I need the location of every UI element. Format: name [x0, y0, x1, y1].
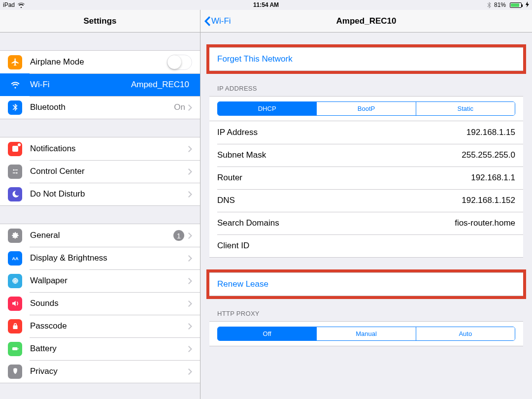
search-domains-row[interactable]: Search Domainsfios-router.home [209, 212, 523, 234]
battery-label: Battery [30, 344, 188, 354]
dns-row[interactable]: DNS192.168.1.152 [209, 189, 523, 212]
sidebar-item-battery[interactable]: Battery [0, 337, 200, 360]
ip-row[interactable]: IP Address192.168.1.15 [209, 121, 523, 144]
bluetooth-row-icon [8, 100, 22, 115]
chevron-right-icon [188, 323, 192, 330]
client-id-row[interactable]: Client ID [209, 234, 523, 257]
dnd-label: Do Not Disturb [30, 189, 188, 199]
proxy-seg-manual[interactable]: Manual [316, 327, 415, 340]
chevron-right-icon [188, 146, 192, 152]
ip-mode-segment[interactable]: DHCP BootP Static [217, 101, 515, 116]
wifi-value: Amped_REC10 [131, 80, 189, 90]
detail-pane: Wi-Fi Amped_REC10 Forget This Network IP… [200, 10, 532, 399]
mask-row[interactable]: Subnet Mask255.255.255.0 [209, 144, 523, 166]
airplane-label: Airplane Mode [30, 57, 167, 67]
wifi-label: Wi-Fi [30, 80, 131, 90]
sidebar-item-passcode[interactable]: Passcode [0, 315, 200, 337]
sounds-icon [8, 297, 22, 311]
svg-text:AA: AA [12, 256, 18, 261]
chevron-right-icon [188, 168, 192, 175]
privacy-icon [8, 365, 22, 379]
control-center-label: Control Center [30, 166, 188, 176]
chevron-right-icon [188, 368, 192, 375]
bluetooth-label: Bluetooth [30, 102, 174, 112]
ip-section-header: IP ADDRESS [209, 71, 523, 96]
display-label: Display & Brightness [30, 253, 188, 263]
master-nav: Settings [0, 10, 200, 33]
ip-seg-bootp[interactable]: BootP [316, 102, 415, 115]
svg-point-7 [14, 280, 16, 282]
sidebar-item-dnd[interactable]: Do Not Disturb [0, 183, 200, 205]
status-time: 11:54 AM [0, 1, 532, 8]
battery-row-icon [8, 342, 22, 356]
lock-icon [8, 319, 22, 333]
privacy-label: Privacy [30, 366, 188, 376]
notifications-icon [8, 142, 22, 156]
wallpaper-icon [8, 274, 22, 288]
sounds-label: Sounds [30, 299, 188, 308]
sidebar-item-airplane[interactable]: Airplane Mode [0, 51, 200, 73]
forget-highlight: Forget This Network [209, 47, 523, 71]
proxy-section-header: HTTP PROXY [209, 296, 523, 321]
sidebar-item-bluetooth[interactable]: Bluetooth On [0, 96, 200, 119]
general-badge: 1 [173, 230, 184, 241]
ip-seg-static[interactable]: Static [416, 102, 515, 115]
sidebar-item-general[interactable]: General 1 [0, 224, 200, 247]
detail-title: Amped_REC10 [200, 16, 532, 26]
control-center-icon [8, 165, 22, 179]
svg-point-1 [13, 169, 14, 171]
detail-nav: Wi-Fi Amped_REC10 [200, 10, 532, 33]
device-label: iPad [3, 1, 15, 8]
chevron-right-icon [188, 233, 192, 239]
chevron-right-icon [188, 346, 192, 352]
chevron-right-icon [188, 104, 192, 111]
forget-network-button[interactable]: Forget This Network [209, 48, 523, 70]
master-title: Settings [0, 16, 200, 26]
back-button[interactable]: Wi-Fi [200, 16, 231, 26]
sidebar-item-wallpaper[interactable]: Wallpaper [0, 269, 200, 292]
chevron-right-icon [188, 278, 192, 284]
notifications-label: Notifications [30, 144, 188, 154]
battery-pct: 81% [494, 1, 506, 8]
chevron-right-icon [188, 300, 192, 307]
charging-icon [526, 1, 529, 9]
settings-sidebar: Settings Airplane Mode Wi-Fi Amped_REC10… [0, 10, 200, 399]
moon-icon [8, 187, 22, 201]
general-label: General [30, 231, 173, 240]
sidebar-item-wifi[interactable]: Wi-Fi Amped_REC10 [0, 73, 200, 96]
renew-highlight: Renew Lease [209, 272, 523, 296]
chevron-right-icon [188, 255, 192, 262]
sidebar-item-privacy[interactable]: Privacy [0, 360, 200, 383]
svg-rect-9 [18, 348, 19, 349]
gear-icon [8, 229, 22, 243]
svg-rect-0 [12, 146, 18, 152]
passcode-label: Passcode [30, 321, 188, 331]
proxy-seg-auto[interactable]: Auto [416, 327, 515, 340]
renew-lease-button[interactable]: Renew Lease [209, 273, 523, 296]
back-label: Wi-Fi [211, 16, 231, 26]
sidebar-item-display[interactable]: AA Display & Brightness [0, 247, 200, 269]
chevron-left-icon [204, 16, 210, 26]
display-icon: AA [8, 251, 22, 266]
bluetooth-status-icon [487, 2, 491, 8]
sidebar-item-notifications[interactable]: Notifications [0, 137, 200, 160]
router-row[interactable]: Router192.168.1.1 [209, 166, 523, 189]
status-bar: iPad 11:54 AM 81% [0, 0, 532, 10]
sidebar-item-sounds[interactable]: Sounds [0, 292, 200, 315]
bluetooth-value: On [174, 102, 185, 112]
battery-icon [509, 2, 522, 8]
airplane-icon [8, 55, 22, 69]
svg-rect-8 [12, 347, 18, 350]
wifi-icon [18, 2, 25, 8]
ip-seg-dhcp[interactable]: DHCP [218, 102, 316, 115]
wallpaper-label: Wallpaper [30, 276, 188, 286]
proxy-mode-segment[interactable]: Off Manual Auto [217, 327, 515, 341]
svg-rect-4 [12, 172, 15, 173]
svg-point-3 [16, 172, 17, 174]
wifi-row-icon [8, 78, 22, 92]
sidebar-item-control-center[interactable]: Control Center [0, 160, 200, 183]
svg-rect-2 [15, 169, 18, 170]
chevron-right-icon [188, 191, 192, 198]
airplane-toggle[interactable] [167, 55, 192, 70]
proxy-seg-off[interactable]: Off [218, 327, 316, 340]
